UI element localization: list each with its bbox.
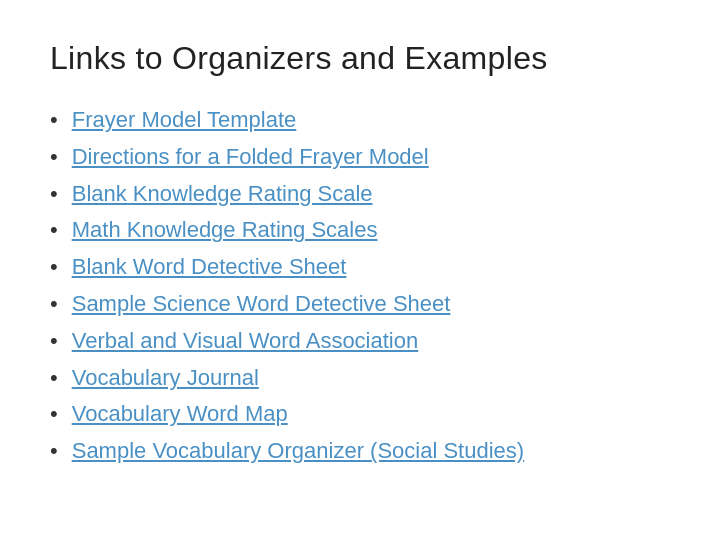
bullet-icon: • [50,399,58,430]
list-item: •Blank Knowledge Rating Scale [50,179,670,210]
link-verbal-visual-word-association[interactable]: Verbal and Visual Word Association [72,326,419,357]
bullet-icon: • [50,142,58,173]
bullet-icon: • [50,326,58,357]
list-item: •Math Knowledge Rating Scales [50,215,670,246]
bullet-icon: • [50,215,58,246]
list-item: •Vocabulary Word Map [50,399,670,430]
list-item: •Sample Vocabulary Organizer (Social Stu… [50,436,670,467]
link-sample-vocabulary-organizer[interactable]: Sample Vocabulary Organizer (Social Stud… [72,436,524,467]
links-list: •Frayer Model Template•Directions for a … [50,105,670,473]
link-blank-word-detective-sheet[interactable]: Blank Word Detective Sheet [72,252,347,283]
link-directions-folded-frayer[interactable]: Directions for a Folded Frayer Model [72,142,429,173]
page-container: Links to Organizers and Examples •Frayer… [0,0,720,540]
list-item: •Directions for a Folded Frayer Model [50,142,670,173]
list-item: •Blank Word Detective Sheet [50,252,670,283]
page-title: Links to Organizers and Examples [50,40,670,77]
link-math-knowledge-rating-scales[interactable]: Math Knowledge Rating Scales [72,215,378,246]
link-sample-science-word-detective[interactable]: Sample Science Word Detective Sheet [72,289,451,320]
bullet-icon: • [50,105,58,136]
bullet-icon: • [50,252,58,283]
list-item: •Vocabulary Journal [50,363,670,394]
bullet-icon: • [50,179,58,210]
link-vocabulary-word-map[interactable]: Vocabulary Word Map [72,399,288,430]
link-frayer-model-template[interactable]: Frayer Model Template [72,105,297,136]
bullet-icon: • [50,289,58,320]
link-vocabulary-journal[interactable]: Vocabulary Journal [72,363,259,394]
bullet-icon: • [50,363,58,394]
bullet-icon: • [50,436,58,467]
list-item: •Frayer Model Template [50,105,670,136]
list-item: •Verbal and Visual Word Association [50,326,670,357]
list-item: •Sample Science Word Detective Sheet [50,289,670,320]
link-blank-knowledge-rating-scale[interactable]: Blank Knowledge Rating Scale [72,179,373,210]
